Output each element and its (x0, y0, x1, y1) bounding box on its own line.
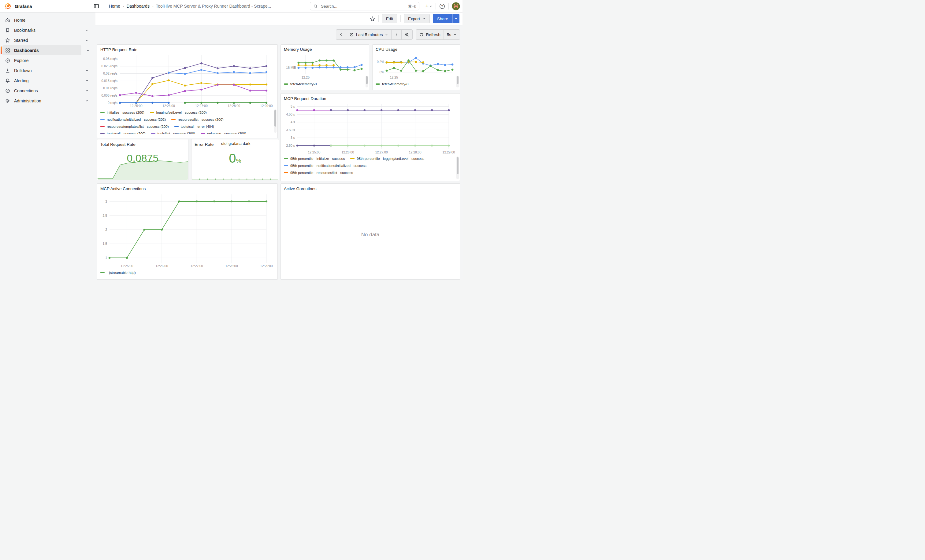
chevron-down-icon[interactable] (85, 89, 89, 93)
scrollbar-thumb[interactable] (366, 76, 368, 84)
legend-item[interactable]: tools/call - error (404) (174, 125, 214, 128)
breadcrumb-current: ToolHive MCP Server & Proxy Runner Dashb… (156, 4, 271, 9)
search-input[interactable]: ⌘+k (310, 2, 419, 11)
svg-text:2.5: 2.5 (102, 214, 107, 217)
legend-item[interactable]: resources/templates/list - success (200) (100, 125, 169, 128)
svg-text:4 s: 4 s (291, 120, 295, 124)
time-range-picker[interactable]: Last 5 minutes (346, 30, 392, 39)
legend-item[interactable]: notifications/initialized - success (202… (100, 118, 166, 122)
chevron-down-icon[interactable] (85, 69, 89, 72)
zoom-out-button[interactable] (401, 30, 412, 39)
share-button[interactable]: Share (433, 14, 459, 23)
svg-text:0.025 req/s: 0.025 req/s (101, 64, 118, 68)
legend-item[interactable]: tools/list - success (200) (151, 132, 195, 134)
sidebar-item-bookmarks[interactable]: Bookmarks (3, 25, 94, 35)
svg-text:0.2%: 0.2% (377, 60, 384, 64)
legend-item[interactable]: fetch-telemetry-0 (284, 82, 316, 86)
panel-mcp-active-connections: MCP Active Connections 32.521.5112:25:00… (97, 183, 278, 280)
svg-text:12:27:00: 12:27:00 (375, 150, 388, 154)
time-shift-forward-button[interactable] (391, 30, 401, 39)
share-menu-button[interactable] (452, 14, 459, 23)
refresh-button[interactable]: Refresh (416, 30, 443, 39)
sidebar-item-administration[interactable]: Administration (3, 96, 94, 106)
search-field[interactable] (320, 4, 408, 9)
legend-item[interactable]: 95th percentile - resources/templates/li… (284, 178, 369, 179)
divider (435, 3, 436, 9)
sidebar-item-explore[interactable]: Explore (3, 56, 94, 65)
legend-item[interactable]: 95th percentile - notifications/initiali… (284, 164, 366, 168)
svg-text:12:29:00: 12:29:00 (260, 264, 273, 268)
breadcrumb-dashboards[interactable]: Dashboards (127, 4, 149, 9)
panel-title[interactable]: Active Goroutines (284, 186, 457, 192)
mcp-active-connections-chart: 32.521.5112:25:0012:26:0012:27:0012:28:0… (100, 192, 274, 269)
legend-item[interactable]: 95th percentile - logging/setLevel - suc… (350, 157, 424, 161)
scrollbar-thumb[interactable] (457, 76, 458, 84)
legend-item[interactable]: 95th percentile - resources/list - succe… (284, 171, 353, 174)
question-icon: ? (439, 3, 445, 9)
add-button[interactable]: + (425, 3, 432, 9)
refresh-interval-picker[interactable]: 5s (443, 30, 460, 39)
http-request-rate-chart: 0 req/s0.005 req/s0.01 req/s0.015 req/s0… (100, 53, 274, 109)
svg-text:0.02 req/s: 0.02 req/s (103, 72, 118, 75)
edit-button[interactable]: Edit (382, 14, 397, 23)
legend-item[interactable]: - (streamable-http) (100, 271, 136, 275)
star-dashboard-button[interactable] (369, 16, 375, 22)
sidebar-item-connections[interactable]: Connections (3, 86, 94, 96)
avatar[interactable] (452, 2, 460, 11)
legend-item[interactable]: initialize - success (200) (100, 111, 145, 114)
export-button[interactable]: Export (404, 14, 430, 23)
panel-title[interactable]: HTTP Request Rate (100, 47, 274, 53)
star-icon (369, 16, 375, 22)
panel-total-request-rate: Total Request Rate 0.0875 (97, 139, 188, 180)
chevron-down-icon[interactable] (86, 48, 90, 54)
sidebar-toggle-icon[interactable] (93, 3, 99, 9)
chevron-down-icon[interactable] (85, 99, 89, 103)
panel-title[interactable]: MCP Request Duration (284, 96, 457, 102)
svg-text:12:26:00: 12:26:00 (163, 104, 175, 108)
nav-divider (104, 3, 104, 10)
sidebar-item-label: Home (14, 18, 94, 23)
chevron-down-icon[interactable] (85, 79, 89, 83)
legend-swatch (284, 83, 288, 85)
panel-title[interactable]: Total Request Rate (100, 141, 185, 148)
legend-item[interactable]: 95th percentile - initialize - success (284, 157, 345, 161)
legend-item[interactable]: logging/setLevel - success (200) (150, 111, 207, 114)
legend-label: tools/list - success (200) (158, 132, 195, 134)
sidebar-item-alerting[interactable]: Alerting (3, 75, 94, 86)
svg-text:0.005 req/s: 0.005 req/s (101, 93, 118, 97)
sidebar-item-starred[interactable]: Starred (3, 35, 94, 45)
svg-text:0.01 req/s: 0.01 req/s (103, 86, 118, 90)
grafana-logo (4, 3, 12, 10)
scrollbar-thumb[interactable] (274, 110, 276, 126)
svg-text:1: 1 (105, 256, 107, 260)
sidebar-item-dashboards[interactable]: Dashboards (3, 45, 81, 56)
panel-title[interactable]: CPU Usage (376, 47, 457, 52)
legend-item[interactable]: resources/list - success (200) (171, 118, 224, 122)
legend-item[interactable]: unknown - success (200) (201, 132, 246, 134)
time-shift-back-button[interactable] (336, 30, 346, 39)
cpu-legend: fetch-telemetry-0 (376, 80, 457, 88)
chevron-down-icon[interactable] (85, 39, 89, 42)
panel-title[interactable]: MCP Active Connections (100, 186, 274, 192)
legend-label: 95th percentile - initialize - success (290, 157, 345, 161)
legend-item[interactable]: tools/call - success (200) (100, 132, 146, 134)
stat-value: 0.0875 (97, 152, 188, 164)
help-button[interactable]: ? (439, 3, 445, 9)
sidebar-item-home[interactable]: Home (3, 15, 94, 25)
panel-title[interactable]: Memory Usage (284, 47, 366, 52)
clock-icon (350, 32, 354, 37)
cpu-usage-chart: 0.2%0%12:25 (376, 52, 457, 80)
legend-swatch (284, 165, 288, 166)
legend-scrollbar (366, 76, 368, 87)
sidebar-item-drilldown[interactable]: Drilldown (3, 65, 94, 75)
legend-item[interactable]: fetch-telemetry-0 (376, 82, 408, 86)
scrollbar-thumb[interactable] (457, 157, 458, 174)
svg-text:1.5: 1.5 (102, 242, 107, 245)
legend-swatch (150, 112, 154, 113)
svg-text:12:27:00: 12:27:00 (191, 264, 203, 268)
chevron-down-icon (453, 33, 457, 36)
search-icon (313, 4, 318, 9)
breadcrumb-home[interactable]: Home (109, 4, 120, 9)
legend-scrollbar (456, 156, 459, 179)
chevron-down-icon[interactable] (85, 29, 89, 32)
